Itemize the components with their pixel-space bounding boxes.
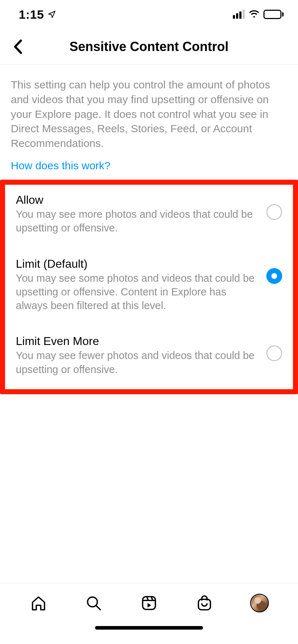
tab-bar	[0, 583, 298, 622]
location-arrow-icon	[48, 10, 56, 19]
battery-icon	[263, 10, 284, 19]
settings-description: This setting can help you control the am…	[11, 78, 287, 151]
back-button[interactable]	[7, 36, 29, 58]
option-title: Limit Even More	[16, 335, 259, 348]
option-description: You may see some photos and videos that …	[16, 271, 259, 313]
tab-shop[interactable]	[194, 592, 215, 614]
search-icon	[85, 594, 103, 612]
tab-profile[interactable]	[249, 592, 270, 614]
status-bar: 1:15	[0, 0, 298, 29]
page-title: Sensitive Content Control	[69, 39, 229, 54]
option-description: You may see more photos and videos that …	[16, 207, 259, 235]
svg-rect-2	[198, 599, 210, 610]
option-limit-default[interactable]: Limit (Default) You may see some photos …	[5, 251, 293, 319]
shop-icon	[195, 594, 213, 612]
content: This setting can help you control the am…	[0, 65, 298, 583]
options-group-highlight: Allow You may see more photos and videos…	[0, 180, 298, 394]
home-indicator[interactable]	[95, 626, 203, 630]
status-right	[233, 10, 284, 19]
status-left: 1:15	[19, 8, 56, 22]
tab-reels[interactable]	[138, 592, 160, 614]
header: Sensitive Content Control	[0, 29, 298, 65]
tab-search[interactable]	[83, 592, 104, 614]
wifi-icon	[248, 10, 260, 19]
reels-icon	[140, 594, 158, 612]
svg-rect-1	[143, 597, 155, 609]
radio-selected-icon	[266, 268, 282, 284]
option-title: Allow	[16, 193, 259, 207]
radio-unselected-icon	[266, 204, 282, 220]
home-indicator-area	[0, 622, 298, 644]
chevron-left-icon	[13, 39, 23, 54]
cellular-signal-icon	[233, 10, 245, 19]
help-link[interactable]: How does this work?	[11, 160, 110, 172]
status-time: 1:15	[19, 8, 44, 22]
home-icon	[30, 594, 48, 612]
option-allow[interactable]: Allow You may see more photos and videos…	[5, 187, 293, 242]
option-limit-even-more[interactable]: Limit Even More You may see fewer photos…	[5, 328, 293, 383]
tab-home[interactable]	[28, 592, 49, 614]
radio-unselected-icon	[266, 345, 282, 361]
avatar	[250, 594, 269, 612]
option-title: Limit (Default)	[16, 257, 259, 271]
option-description: You may see fewer photos and videos that…	[16, 349, 259, 376]
